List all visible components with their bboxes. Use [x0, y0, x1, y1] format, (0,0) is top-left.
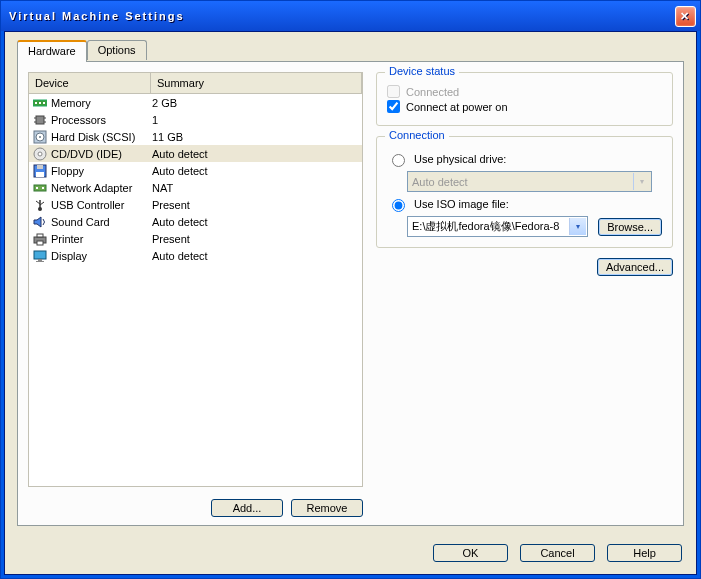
advanced-button[interactable]: Advanced... [597, 258, 673, 276]
device-name: USB Controller [51, 199, 150, 211]
printer-icon [32, 232, 48, 246]
advanced-wrap: Advanced... [376, 258, 673, 276]
chevron-down-icon: ▾ [633, 173, 650, 190]
device-name: Hard Disk (SCSI) [51, 131, 150, 143]
memory-icon [32, 96, 48, 110]
svg-rect-30 [36, 261, 44, 262]
svg-point-11 [39, 136, 41, 138]
group-title-connection: Connection [385, 129, 449, 141]
chevron-down-icon[interactable]: ▾ [569, 218, 586, 235]
radio-physical[interactable]: Use physical drive: [387, 151, 662, 167]
device-name: CD/DVD (IDE) [51, 148, 150, 160]
table-row[interactable]: Processors1 [29, 111, 362, 128]
device-summary: 2 GB [150, 97, 362, 109]
table-row[interactable]: DisplayAuto detect [29, 247, 362, 264]
usb-icon [32, 198, 48, 212]
floppy-icon [32, 164, 48, 178]
device-summary: Auto detect [150, 165, 362, 177]
tabs-container: Hardware Options Device Summary Memory2 … [17, 40, 684, 526]
close-icon: ✕ [680, 10, 691, 23]
add-button[interactable]: Add... [211, 499, 283, 517]
device-summary: Auto detect [150, 148, 362, 160]
cpu-icon [32, 113, 48, 127]
sound-icon [32, 215, 48, 229]
svg-rect-18 [36, 187, 38, 189]
radio-physical-input[interactable] [392, 154, 405, 167]
net-icon [32, 181, 48, 195]
device-list[interactable]: Memory2 GBProcessors1Hard Disk (SCSI)11 … [29, 94, 362, 264]
close-button[interactable]: ✕ [675, 6, 696, 27]
svg-rect-26 [37, 234, 43, 237]
window-title: Virtual Machine Settings [5, 10, 675, 22]
table-row[interactable]: Memory2 GB [29, 94, 362, 111]
cd-icon [32, 147, 48, 161]
checkbox-poweron-input[interactable] [387, 100, 400, 113]
svg-rect-1 [35, 102, 37, 104]
client-area: Hardware Options Device Summary Memory2 … [4, 31, 697, 575]
device-summary: Auto detect [150, 250, 362, 262]
cancel-button[interactable]: Cancel [520, 544, 595, 562]
combo-iso-file[interactable]: E:\虚拟机fedora镜像\Fedora-8 ▾ [407, 216, 588, 237]
device-name: Printer [51, 233, 150, 245]
col-summary[interactable]: Summary [151, 73, 362, 93]
svg-rect-17 [34, 185, 46, 191]
device-name: Display [51, 250, 150, 262]
group-title-device-status: Device status [385, 65, 459, 77]
checkbox-connected: Connected [387, 85, 662, 98]
device-name: Floppy [51, 165, 150, 177]
checkbox-connected-input [387, 85, 400, 98]
svg-marker-24 [34, 217, 41, 227]
radio-iso-input[interactable] [392, 199, 405, 212]
svg-rect-2 [39, 102, 41, 104]
radio-iso[interactable]: Use ISO image file: [387, 196, 662, 212]
checkbox-poweron[interactable]: Connect at power on [387, 100, 662, 113]
svg-rect-4 [36, 116, 44, 124]
help-button[interactable]: Help [607, 544, 682, 562]
device-name: Sound Card [51, 216, 150, 228]
svg-rect-15 [37, 165, 43, 169]
device-summary: 1 [150, 114, 362, 126]
svg-point-13 [38, 152, 42, 156]
list-buttons: Add... Remove [28, 499, 363, 517]
remove-button[interactable]: Remove [291, 499, 363, 517]
table-row[interactable]: Network AdapterNAT [29, 179, 362, 196]
table-row[interactable]: Sound CardAuto detect [29, 213, 362, 230]
device-summary: Present [150, 233, 362, 245]
tab-body: Device Summary Memory2 GBProcessors1Hard… [17, 61, 684, 526]
device-name: Processors [51, 114, 150, 126]
table-row[interactable]: Hard Disk (SCSI)11 GB [29, 128, 362, 145]
dialog-buttons: OK Cancel Help [433, 544, 682, 562]
group-device-status: Device status Connected Connect at power… [376, 72, 673, 126]
browse-button[interactable]: Browse... [598, 218, 662, 236]
right-pane: Device status Connected Connect at power… [376, 72, 673, 515]
tabstrip: Hardware Options [17, 40, 684, 60]
tab-options[interactable]: Options [87, 40, 147, 60]
svg-rect-16 [36, 172, 44, 177]
iso-path-text: E:\虚拟机fedora镜像\Fedora-8 [412, 219, 559, 234]
titlebar: Virtual Machine Settings ✕ [1, 1, 700, 31]
device-summary: 11 GB [150, 131, 362, 143]
device-name: Network Adapter [51, 182, 150, 194]
device-name: Memory [51, 97, 150, 109]
table-row[interactable]: PrinterPresent [29, 230, 362, 247]
ok-button[interactable]: OK [433, 544, 508, 562]
table-row[interactable]: USB ControllerPresent [29, 196, 362, 213]
device-list-pane: Device Summary Memory2 GBProcessors1Hard… [28, 72, 363, 487]
iso-row: E:\虚拟机fedora镜像\Fedora-8 ▾ Browse... [407, 216, 662, 237]
table-row[interactable]: CD/DVD (IDE)Auto detect [29, 145, 362, 162]
svg-rect-3 [43, 102, 45, 104]
device-summary: Auto detect [150, 216, 362, 228]
device-summary: NAT [150, 182, 362, 194]
combo-physical-drive: Auto detect ▾ [407, 171, 652, 192]
tab-hardware[interactable]: Hardware [17, 40, 87, 61]
disk-icon [32, 130, 48, 144]
list-header: Device Summary [29, 73, 362, 94]
col-device[interactable]: Device [29, 73, 151, 93]
svg-rect-28 [34, 251, 46, 259]
display-icon [32, 249, 48, 263]
window-frame: Virtual Machine Settings ✕ Hardware Opti… [0, 0, 701, 579]
group-connection: Connection Use physical drive: Auto dete… [376, 136, 673, 248]
table-row[interactable]: FloppyAuto detect [29, 162, 362, 179]
svg-rect-29 [38, 259, 42, 261]
svg-rect-19 [42, 187, 44, 189]
